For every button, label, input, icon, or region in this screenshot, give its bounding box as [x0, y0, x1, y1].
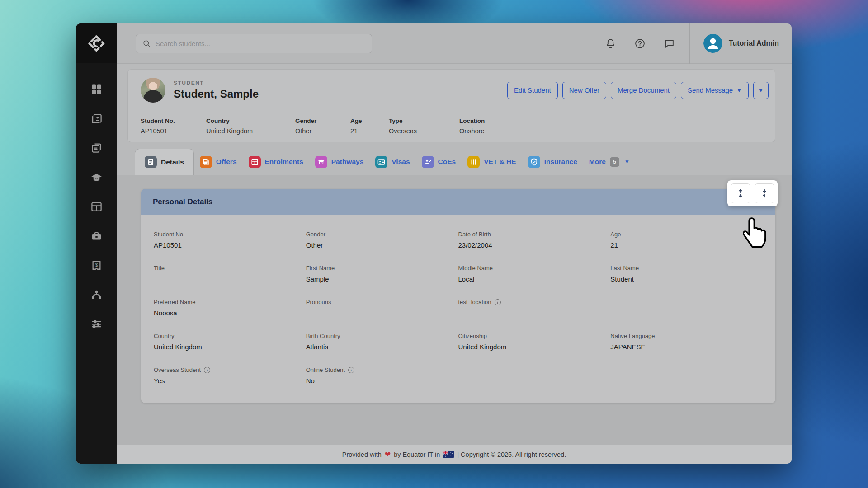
- field-first-name: First NameSample: [306, 265, 458, 283]
- search-input[interactable]: [156, 40, 365, 47]
- offers-docs-icon[interactable]: [90, 142, 103, 154]
- tab-enrolments[interactable]: Enrolments: [243, 149, 309, 175]
- field-pronouns: Pronouns: [306, 299, 458, 317]
- app-window: $ Tutorial Admin: [76, 23, 792, 464]
- chat-icon[interactable]: [664, 38, 675, 49]
- student-search[interactable]: [136, 34, 372, 53]
- notifications-bell-icon[interactable]: [605, 38, 616, 49]
- tab-more[interactable]: More5▼: [583, 149, 636, 175]
- expand-all-button[interactable]: [731, 183, 750, 203]
- tab-label: More: [589, 158, 606, 166]
- student-type-label: STUDENT: [174, 80, 259, 86]
- info-location: LocationOnshore: [459, 117, 523, 135]
- enrolments-icon: [249, 156, 261, 168]
- personal-details-section: Personal Details Student No.AP10501Gende…: [141, 189, 775, 403]
- info-icon[interactable]: i: [348, 367, 354, 373]
- field-citizenship: CitizenshipUnited Kingdom: [458, 333, 611, 351]
- more-actions-button[interactable]: ▼: [753, 82, 769, 99]
- help-icon[interactable]: [634, 38, 646, 49]
- field-age: Age21: [610, 231, 763, 249]
- merge-document-button[interactable]: Merge Document: [611, 82, 676, 99]
- info-icon[interactable]: i: [495, 299, 501, 305]
- more-count-badge: 5: [610, 157, 619, 167]
- tab-pathways[interactable]: Pathways: [309, 149, 370, 175]
- field-middle-name: Middle NameLocal: [458, 265, 611, 283]
- tab-label: Insurance: [544, 158, 577, 166]
- user-avatar-icon: [703, 34, 722, 53]
- australia-flag-icon: [443, 451, 454, 458]
- footer-text-mid: by Equator IT in: [394, 451, 440, 458]
- info-icon[interactable]: i: [204, 367, 210, 373]
- caret-down-icon: ▼: [624, 159, 630, 165]
- collapse-all-icon: [760, 188, 769, 198]
- dashboard-icon[interactable]: [90, 83, 103, 95]
- field-gender: GenderOther: [306, 231, 458, 249]
- courses-icon[interactable]: [90, 171, 103, 183]
- brand-logo-icon: [87, 34, 106, 53]
- details-icon: [145, 156, 157, 168]
- collapse-all-button[interactable]: [755, 183, 774, 203]
- footer-text-pre: Provided with: [342, 451, 382, 458]
- sidebar-nav: $: [90, 63, 103, 330]
- info-country: CountryUnited Kingdom: [206, 117, 295, 135]
- app-footer: Provided with ❤ by Equator IT in | Copyr…: [117, 445, 792, 464]
- tab-label: VET & HE: [484, 158, 516, 166]
- field-preferred-name: Preferred NameNooosa: [154, 299, 306, 317]
- tab-details[interactable]: Details: [135, 149, 194, 175]
- tab-offers[interactable]: Offers: [194, 149, 243, 175]
- personal-details-header[interactable]: Personal Details: [141, 189, 775, 215]
- student-header-card: STUDENT Student, Sample Edit StudentNew …: [127, 69, 775, 142]
- network-icon[interactable]: [90, 289, 103, 301]
- offers-icon: [200, 156, 212, 168]
- info-gender: GenderOther: [295, 117, 350, 135]
- tab-label: Visas: [392, 158, 410, 166]
- field-birth-country: Birth CountryAtlantis: [306, 333, 458, 351]
- tab-coes[interactable]: CoEs: [416, 149, 462, 175]
- topbar-divider: [689, 23, 690, 64]
- students-icon[interactable]: [90, 113, 103, 125]
- student-info-row: Student No.AP10501CountryUnited KingdomG…: [128, 111, 775, 142]
- insurance-icon: [528, 156, 540, 168]
- tab-visas[interactable]: Visas: [369, 149, 415, 175]
- svg-text:$: $: [95, 263, 98, 267]
- edit-student-button[interactable]: Edit Student: [507, 82, 558, 99]
- caret-down-icon: ▼: [758, 87, 764, 94]
- personal-details-body: Student No.AP10501GenderOtherDate of Bir…: [141, 215, 775, 403]
- info-type: TypeOverseas: [389, 117, 459, 135]
- layout-icon[interactable]: [90, 201, 103, 213]
- app-logo[interactable]: [76, 23, 117, 63]
- tab-label: CoEs: [438, 158, 456, 166]
- new-offer-button[interactable]: New Offer: [562, 82, 606, 99]
- field-row: Preferred NameNooosaPronounstest_locatio…: [154, 299, 763, 317]
- footer-text-post: | Copyright © 2025. All right reserved.: [457, 451, 566, 458]
- field-last-name: Last NameStudent: [610, 265, 763, 283]
- details-tab-panel: Personal Details Student No.AP10501Gende…: [117, 175, 792, 445]
- field-empty: [458, 366, 611, 385]
- field-row: Overseas StudentiYesOnline StudentiNo: [154, 366, 763, 385]
- tab-label: Enrolments: [265, 158, 303, 166]
- field-student-no: Student No.AP10501: [154, 231, 306, 249]
- field-country: CountryUnited Kingdom: [154, 333, 306, 351]
- pathways-icon: [315, 156, 327, 168]
- expand-all-icon: [736, 188, 745, 198]
- heart-icon: ❤: [385, 450, 391, 459]
- agents-briefcase-icon[interactable]: [90, 230, 103, 242]
- expand-collapse-toolbar: [727, 180, 778, 206]
- student-name: Student, Sample: [174, 88, 259, 100]
- send-message-button[interactable]: Send Message▼: [681, 82, 749, 99]
- vet-he-icon: [467, 156, 480, 168]
- student-photo[interactable]: [141, 78, 165, 103]
- tab-vet-he[interactable]: VET & HE: [462, 149, 522, 175]
- tab-label: Pathways: [331, 158, 364, 166]
- user-menu[interactable]: Tutorial Admin: [703, 34, 781, 53]
- field-row: TitleFirst NameSampleMiddle NameLocalLas…: [154, 265, 763, 283]
- field-overseas-student: Overseas StudentiYes: [154, 366, 306, 385]
- user-name: Tutorial Admin: [729, 39, 779, 47]
- field-title: Title: [154, 265, 306, 283]
- tab-insurance[interactable]: Insurance: [522, 149, 583, 175]
- finance-icon[interactable]: $: [90, 259, 103, 272]
- tab-label: Offers: [216, 158, 237, 166]
- settings-sliders-icon[interactable]: [90, 318, 103, 330]
- visas-icon: [375, 156, 387, 168]
- field-date-of-birth: Date of Birth23/02/2004: [458, 231, 611, 249]
